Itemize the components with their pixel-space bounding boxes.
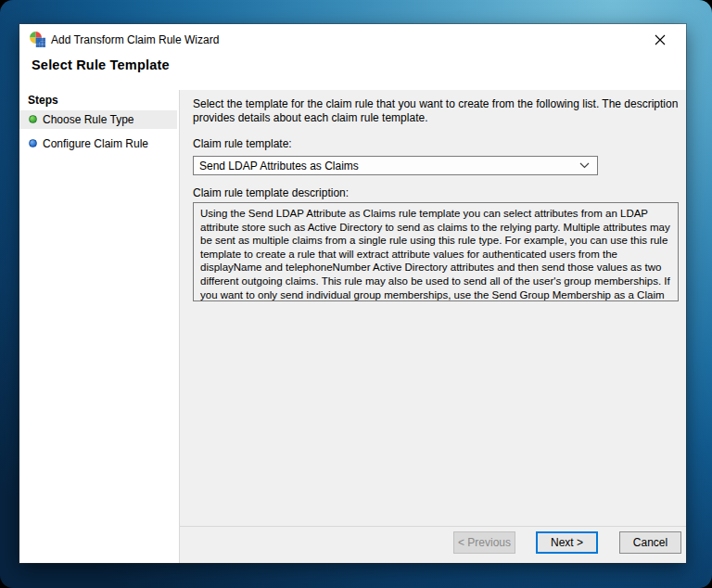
description-text: Using the Send LDAP Attribute as Claims … [200,207,671,301]
step-label: Choose Rule Type [43,113,134,126]
content-area: Select the template for the claim rule t… [179,90,686,563]
close-icon [655,34,666,45]
blue-dot-icon [29,139,37,147]
description-label: Claim rule template description: [193,186,349,199]
cancel-button[interactable]: Cancel [619,531,681,554]
chevron-down-icon [579,162,590,169]
titlebar[interactable]: Add Transform Claim Rule Wizard [19,24,686,56]
adfs-wizard-icon [30,32,45,47]
previous-button[interactable]: < Previous [453,531,515,554]
step-label: Configure Claim Rule [43,137,148,150]
next-button[interactable]: Next > [536,531,598,554]
sidebar-item-configure-claim-rule[interactable]: Configure Claim Rule [19,134,177,153]
button-separator [180,526,686,527]
page-title: Select Rule Template [32,58,170,72]
sidebar-item-choose-rule-type[interactable]: Choose Rule Type [19,110,177,129]
steps-panel: Steps Choose Rule Type Configure Claim R… [19,90,179,563]
claim-rule-template-label: Claim rule template: [193,137,292,150]
steps-header: Steps [28,94,58,107]
combobox-selected-value: Send LDAP Attributes as Claims [199,160,359,173]
desktop-background: Add Transform Claim Rule Wizard Select R… [0,0,712,588]
window-title: Add Transform Claim Rule Wizard [51,33,219,46]
wizard-dialog: Add Transform Claim Rule Wizard Select R… [19,24,686,563]
wizard-body: Steps Choose Rule Type Configure Claim R… [19,90,686,563]
close-button[interactable] [645,28,675,52]
description-box: Using the Send LDAP Attribute as Claims … [193,202,679,301]
intro-text: Select the template for the claim rule t… [193,97,679,125]
green-dot-icon [29,115,37,123]
claim-rule-template-select[interactable]: Send LDAP Attributes as Claims [193,156,598,175]
